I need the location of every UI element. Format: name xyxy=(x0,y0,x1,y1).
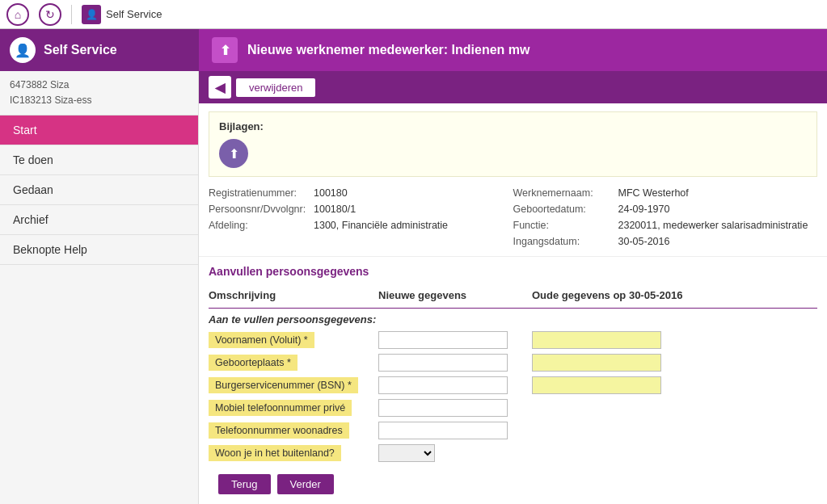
old-value-geboorteplaats xyxy=(532,354,661,372)
header-left: 👤 Self Service xyxy=(0,29,199,71)
section-header-label: Aan te vullen persoonsgegevens: xyxy=(209,309,817,330)
bijlagen-upload-icon[interactable]: ⬆ xyxy=(219,139,248,168)
input-telefoonnummer[interactable] xyxy=(378,422,508,439)
sidebar-item-start[interactable]: Start xyxy=(0,116,198,145)
bijlagen-section: Bijlagen: ⬆ xyxy=(209,111,817,177)
sidebar-item-gedaan[interactable]: Gedaan xyxy=(0,175,198,205)
header-right-title: Nieuwe werknemer medewerker: Indienen mw xyxy=(247,43,530,57)
sidebar-item-te-doen[interactable]: Te doen xyxy=(0,145,198,175)
input-voornamen[interactable] xyxy=(378,331,508,349)
header-right: ⬆ Nieuwe werknemer medewerker: Indienen … xyxy=(199,29,827,71)
field-label-telefoonnummer: Telefoonnummer woonadres xyxy=(209,422,349,439)
aanvullen-section: Aanvullen persoonsgegevens Omschrijving … xyxy=(199,257,827,504)
delete-button[interactable]: verwijderen xyxy=(236,78,315,97)
content-area: ◀ verwijderen Bijlagen: ⬆ Registratienum… xyxy=(199,71,827,504)
top-bar-title: Self Service xyxy=(106,8,162,20)
footer-buttons: Terug Verder xyxy=(209,464,817,504)
form-table: Omschrijving Nieuwe gegevens Oude gegeve… xyxy=(209,286,817,464)
verder-button[interactable]: Verder xyxy=(277,474,334,494)
info-geboortedatum: Geboortedatum: 24-09-1970 xyxy=(513,201,818,217)
divider xyxy=(71,5,72,24)
info-afdeling: Afdeling: 1300, Financiële administratie xyxy=(209,217,513,233)
info-registratienummer: Registratienummer: 100180 xyxy=(209,185,513,201)
header: 👤 Self Service ⬆ Nieuwe werknemer medewe… xyxy=(0,29,827,71)
info-functie: Functie: 2320011, medewerker salarisadmi… xyxy=(513,217,818,233)
input-bsn[interactable] xyxy=(378,376,508,394)
header-right-icon: ⬆ xyxy=(212,37,238,63)
header-person-icon: 👤 xyxy=(10,37,36,63)
field-label-buitenland: Woon je in het buitenland? xyxy=(209,445,341,461)
top-bar: ⌂ ↻ 👤 Self Service xyxy=(0,0,827,29)
info-persoonsnr: Persoonsnr/Dvvolgnr: 100180/1 xyxy=(209,201,513,217)
field-label-bsn: Burgerservicenummer (BSN) * xyxy=(209,377,358,393)
table-row: Geboorteplaats * xyxy=(209,351,817,374)
home-icon[interactable]: ⌂ xyxy=(6,3,29,26)
bijlagen-title: Bijlagen: xyxy=(219,120,807,132)
main: 6473882 Siza IC183213 Siza-ess Start Te … xyxy=(0,71,827,504)
col-oude-gegevens-header: Oude gegevens op 30-05-2016 xyxy=(532,286,817,309)
input-mobiel[interactable] xyxy=(378,399,508,417)
table-row: Telefoonnummer woonadres xyxy=(209,419,817,442)
header-left-title: Self Service xyxy=(44,43,117,57)
table-row: Voornamen (Voluit) * xyxy=(209,329,817,351)
person-icon: 👤 xyxy=(82,5,101,24)
sidebar-item-beknopte-help[interactable]: Beknopte Help xyxy=(0,235,198,265)
field-label-voornamen: Voornamen (Voluit) * xyxy=(209,332,314,348)
old-value-bsn xyxy=(532,376,661,394)
old-value-voornamen xyxy=(532,331,661,349)
section-header-row: Aan te vullen persoonsgegevens: xyxy=(209,309,817,330)
user-section: 👤 Self Service xyxy=(82,5,162,24)
terug-button[interactable]: Terug xyxy=(218,474,271,494)
sidebar-item-archief[interactable]: Archief xyxy=(0,205,198,235)
action-bar: ◀ verwijderen xyxy=(199,71,827,103)
col-omschrijving-header: Omschrijving xyxy=(209,286,378,309)
info-werknemernaam: Werknemernaam: MFC Westerhof xyxy=(513,185,818,201)
refresh-icon[interactable]: ↻ xyxy=(39,3,61,26)
select-buitenland[interactable]: Ja Nee xyxy=(378,444,435,462)
sidebar-info-line2: IC183213 Siza-ess xyxy=(10,93,188,108)
col-nieuwe-gegevens-header: Nieuwe gegevens xyxy=(378,286,532,309)
field-label-mobiel: Mobiel telefoonnummer privé xyxy=(209,400,352,416)
table-row: Woon je in het buitenland? Ja Nee xyxy=(209,442,817,464)
sidebar-info-line1: 6473882 Siza xyxy=(10,78,188,93)
table-row: Burgerservicenummer (BSN) * xyxy=(209,374,817,397)
back-nav-icon[interactable]: ◀ xyxy=(209,76,231,99)
field-label-geboorteplaats: Geboorteplaats * xyxy=(209,355,297,371)
info-ingangsdatum: Ingangsdatum: 30-05-2016 xyxy=(513,233,818,250)
sidebar-nav: Start Te doen Gedaan Archief Beknopte He… xyxy=(0,116,198,265)
sidebar: 6473882 Siza IC183213 Siza-ess Start Te … xyxy=(0,71,199,504)
sidebar-info: 6473882 Siza IC183213 Siza-ess xyxy=(0,71,198,116)
table-row: Mobiel telefoonnummer privé xyxy=(209,397,817,419)
input-geboorteplaats[interactable] xyxy=(378,354,508,372)
aanvullen-title: Aanvullen persoonsgegevens xyxy=(209,265,817,278)
info-grid: Registratienummer: 100180 Persoonsnr/Dvv… xyxy=(199,185,827,257)
